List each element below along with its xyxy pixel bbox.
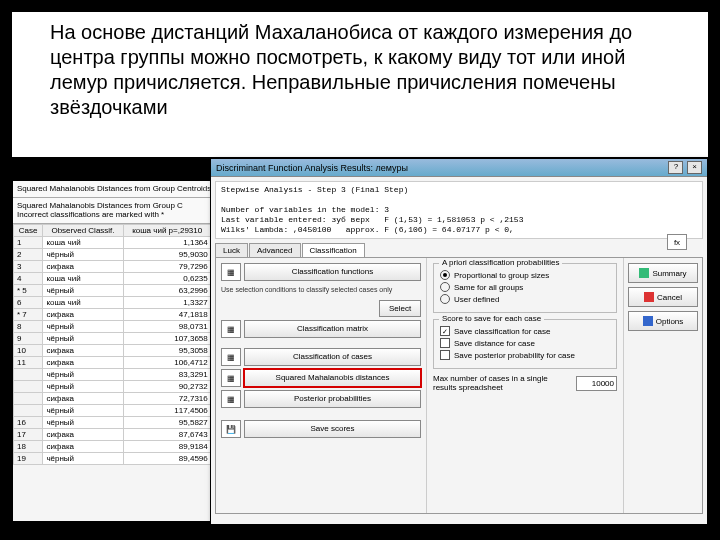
tab-luck[interactable]: Luck: [215, 243, 248, 257]
side-buttons-column: Summary Cancel Options: [623, 258, 702, 513]
select-hint: Use selection conditions to classify sel…: [221, 286, 421, 294]
chk-save-class[interactable]: [440, 326, 450, 336]
grid-icon: ▦: [221, 369, 241, 387]
close-button[interactable]: ×: [687, 161, 702, 174]
grid-icon: ▦: [221, 263, 241, 281]
discriminant-results-dialog: Discriminant Function Analysis Results: …: [210, 158, 708, 525]
posterior-probabilities-button[interactable]: Posterior probabilities: [244, 390, 421, 408]
max-cases-row: Max number of cases in a single results …: [433, 375, 617, 393]
classification-of-cases-button[interactable]: Classification of cases: [244, 348, 421, 366]
tab-advanced[interactable]: Advanced: [249, 243, 301, 257]
prior-prob-group: A priori classification probabilities Pr…: [433, 263, 617, 313]
chk-save-dist[interactable]: [440, 338, 450, 348]
prior-prob-title: A priori classification probabilities: [439, 258, 562, 267]
tab-bar: Luck Advanced Classification: [215, 243, 703, 257]
options-column: A priori classification probabilities Pr…: [426, 258, 623, 513]
squared-mahalanobis-button[interactable]: Squared Mahalanobis distances: [244, 369, 421, 387]
radio-proportional[interactable]: [440, 270, 450, 280]
select-button[interactable]: Select: [379, 300, 421, 317]
fx-icon[interactable]: fx: [667, 234, 687, 250]
options-icon: [643, 316, 653, 326]
left-button-column: ▦ Classification functions Use selection…: [216, 258, 426, 513]
analysis-info-box: Stepwise Analysis - Step 3 (Final Step) …: [215, 181, 703, 239]
cancel-button[interactable]: Cancel: [628, 287, 698, 307]
radio-same[interactable]: [440, 282, 450, 292]
score-save-title: Score to save for each case: [439, 314, 544, 323]
options-button[interactable]: Options: [628, 311, 698, 331]
tab-classification[interactable]: Classification: [302, 243, 365, 257]
col-observed: Observed Classif.: [43, 224, 123, 236]
summary-button[interactable]: Summary: [628, 263, 698, 283]
classification-functions-button[interactable]: Classification functions: [244, 263, 421, 281]
cancel-icon: [644, 292, 654, 302]
summary-icon: [639, 268, 649, 278]
max-cases-label: Max number of cases in a single results …: [433, 375, 572, 393]
classification-matrix-button[interactable]: Classification matrix: [244, 320, 421, 338]
radio-user[interactable]: [440, 294, 450, 304]
max-cases-field[interactable]: 10000: [576, 376, 617, 391]
grid-icon: ▦: [221, 348, 241, 366]
dialog-titlebar: Discriminant Function Analysis Results: …: [211, 159, 707, 177]
slide-main-text: На основе дистанций Махаланобиса от кажд…: [50, 20, 670, 120]
score-save-group: Score to save for each case Save classif…: [433, 319, 617, 369]
col-case: Case: [14, 224, 43, 236]
save-scores-button[interactable]: Save scores: [244, 420, 421, 438]
col-g1: коша чий p=,29310: [123, 224, 211, 236]
help-button[interactable]: ?: [668, 161, 683, 174]
grid-icon: ▦: [221, 320, 241, 338]
grid-icon: ▦: [221, 390, 241, 408]
chk-save-post[interactable]: [440, 350, 450, 360]
dialog-title-text: Discriminant Function Analysis Results: …: [216, 163, 408, 173]
save-icon: 💾: [221, 420, 241, 438]
